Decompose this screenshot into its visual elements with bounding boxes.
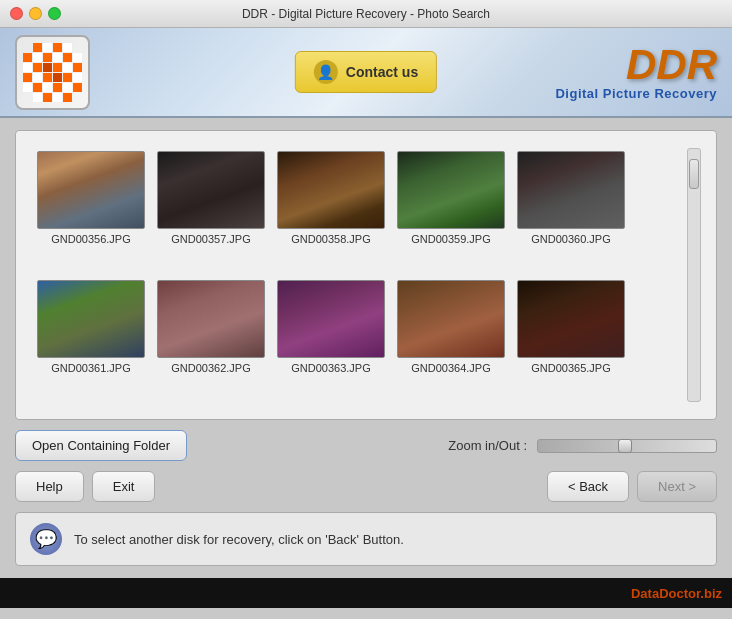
brand-subtitle: Digital Picture Recovery	[555, 86, 717, 101]
help-button[interactable]: Help	[15, 471, 84, 502]
contact-icon: 👤	[314, 60, 338, 84]
contact-label: Contact us	[346, 64, 418, 80]
photo-item-9[interactable]: GND00364.JPG	[391, 275, 511, 404]
zoom-slider[interactable]	[537, 439, 717, 453]
photo-thumb-2	[157, 151, 265, 229]
photo-thumb-1	[37, 151, 145, 229]
photo-thumb-5	[517, 151, 625, 229]
title-bar: DDR - Digital Picture Recovery - Photo S…	[0, 0, 732, 28]
photo-label-5: GND00360.JPG	[531, 233, 610, 245]
zoom-thumb[interactable]	[618, 439, 632, 453]
header: 👤 Contact us DDR Digital Picture Recover…	[0, 28, 732, 118]
brand-ddr: DDR	[555, 44, 717, 86]
zoom-label: Zoom in/Out :	[448, 438, 527, 453]
scrollbar-thumb[interactable]	[689, 159, 699, 189]
footer: DataDoctor.biz	[0, 578, 732, 608]
controls-bar: Open Containing Folder Zoom in/Out :	[15, 430, 717, 461]
photo-thumb-4	[397, 151, 505, 229]
back-button[interactable]: < Back	[547, 471, 629, 502]
photo-thumb-6	[37, 280, 145, 358]
info-icon: 💬	[30, 523, 62, 555]
info-message: To select another disk for recovery, cli…	[74, 532, 404, 547]
photo-label-6: GND00361.JPG	[51, 362, 130, 374]
contact-us-button[interactable]: 👤 Contact us	[295, 51, 437, 93]
scrollbar[interactable]	[687, 148, 701, 402]
photo-label-7: GND00362.JPG	[171, 362, 250, 374]
photo-thumb-8	[277, 280, 385, 358]
photo-thumb-3	[277, 151, 385, 229]
photo-item-3[interactable]: GND00358.JPG	[271, 146, 391, 275]
window-title: DDR - Digital Picture Recovery - Photo S…	[242, 7, 490, 21]
brand-area: DDR Digital Picture Recovery	[555, 44, 717, 101]
close-button[interactable]	[10, 7, 23, 20]
photo-thumb-9	[397, 280, 505, 358]
footer-brand-text: DataDoctor.biz	[631, 586, 722, 601]
photo-thumb-7	[157, 280, 265, 358]
exit-button[interactable]: Exit	[92, 471, 156, 502]
photo-label-1: GND00356.JPG	[51, 233, 130, 245]
minimize-button[interactable]	[29, 7, 42, 20]
photo-label-2: GND00357.JPG	[171, 233, 250, 245]
footer-brand: DataDoctor.biz	[631, 586, 722, 601]
photo-label-3: GND00358.JPG	[291, 233, 370, 245]
photo-item-1[interactable]: GND00356.JPG	[31, 146, 151, 275]
photo-label-10: GND00365.JPG	[531, 362, 610, 374]
window-controls[interactable]	[10, 7, 61, 20]
zoom-control: Zoom in/Out :	[448, 438, 717, 453]
photo-label-4: GND00359.JPG	[411, 233, 490, 245]
photo-container: GND00356.JPGGND00357.JPGGND00358.JPGGND0…	[15, 130, 717, 420]
photo-label-9: GND00364.JPG	[411, 362, 490, 374]
photo-grid: GND00356.JPGGND00357.JPGGND00358.JPGGND0…	[31, 146, 687, 404]
info-bar: 💬 To select another disk for recovery, c…	[15, 512, 717, 566]
next-button[interactable]: Next >	[637, 471, 717, 502]
nav-right-buttons: < Back Next >	[547, 471, 717, 502]
photo-item-4[interactable]: GND00359.JPG	[391, 146, 511, 275]
open-containing-folder-button[interactable]: Open Containing Folder	[15, 430, 187, 461]
navigation-bar: Help Exit < Back Next >	[15, 471, 717, 502]
main-content: GND00356.JPGGND00357.JPGGND00358.JPGGND0…	[0, 118, 732, 578]
photo-item-6[interactable]: GND00361.JPG	[31, 275, 151, 404]
photo-label-8: GND00363.JPG	[291, 362, 370, 374]
photo-item-5[interactable]: GND00360.JPG	[511, 146, 631, 275]
photo-thumb-10	[517, 280, 625, 358]
app-logo	[15, 35, 90, 110]
photo-item-7[interactable]: GND00362.JPG	[151, 275, 271, 404]
photo-item-2[interactable]: GND00357.JPG	[151, 146, 271, 275]
photo-item-8[interactable]: GND00363.JPG	[271, 275, 391, 404]
maximize-button[interactable]	[48, 7, 61, 20]
photo-item-10[interactable]: GND00365.JPG	[511, 275, 631, 404]
